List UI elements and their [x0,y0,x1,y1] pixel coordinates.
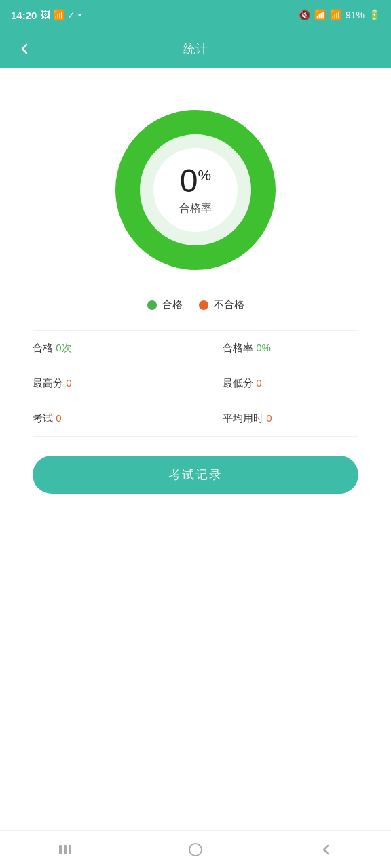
battery-icon: 🔋 [369,9,380,20]
exam-record-button[interactable]: 考试记录 [33,456,358,494]
stat-pass-rate: 合格率 0% [196,331,358,366]
fail-label: 不合格 [214,298,244,311]
main-content: 0% 合格率 合格 不合格 合格 0次 合格率 0% 最高分 0 最低分 0 [0,68,391,830]
chart-legend: 合格 不合格 [147,298,244,311]
battery-level: 91% [346,9,365,20]
donut-chart: 0% 合格率 [114,108,277,271]
chart-label: 合格率 [179,201,212,216]
bottom-nav [0,830,391,868]
legend-pass: 合格 [147,298,183,311]
stat-exam-count: 考试 0 [33,401,196,437]
svg-rect-3 [59,845,62,854]
stats-grid: 合格 0次 合格率 0% 最高分 0 最低分 0 考试 0 平均用时 0 [33,330,358,437]
status-icons: 🖼 📶 ✓ • [41,9,81,20]
home-icon [187,842,204,858]
page-title: 统计 [183,41,208,57]
stat-pass-count: 合格 0次 [33,331,196,366]
fail-dot [199,300,208,310]
nav-bar: 统计 [0,30,391,68]
pass-label: 合格 [162,298,183,311]
status-time: 14:20 [11,9,37,21]
svg-rect-5 [69,845,71,854]
legend-fail: 不合格 [199,298,244,311]
status-bar: 14:20 🖼 📶 ✓ • 🔇 📶 📶 91% 🔋 [0,0,391,30]
chart-percent-value: 0% [179,165,212,197]
wifi-icon: 📶 [314,9,326,20]
stat-avg-time: 平均用时 0 [196,401,358,437]
svg-rect-4 [64,845,67,854]
stat-min-score: 最低分 0 [196,366,358,401]
bottom-nav-menu[interactable] [48,836,82,863]
signal-icon: 📶 [330,9,341,20]
back-nav-icon [318,842,334,858]
stat-max-score: 最高分 0 [33,366,196,401]
bottom-nav-back[interactable] [309,836,343,863]
svg-point-6 [189,844,202,856]
status-left: 14:20 🖼 📶 ✓ • [11,9,81,21]
status-right: 🔇 📶 📶 91% 🔋 [299,9,380,20]
button-container: 考试记录 [33,456,358,494]
menu-icon [57,842,73,858]
mute-icon: 🔇 [299,9,310,20]
bottom-nav-home[interactable] [179,836,212,863]
back-button[interactable] [11,35,38,62]
pass-dot [147,300,157,310]
chart-center-text: 0% 合格率 [179,165,212,216]
